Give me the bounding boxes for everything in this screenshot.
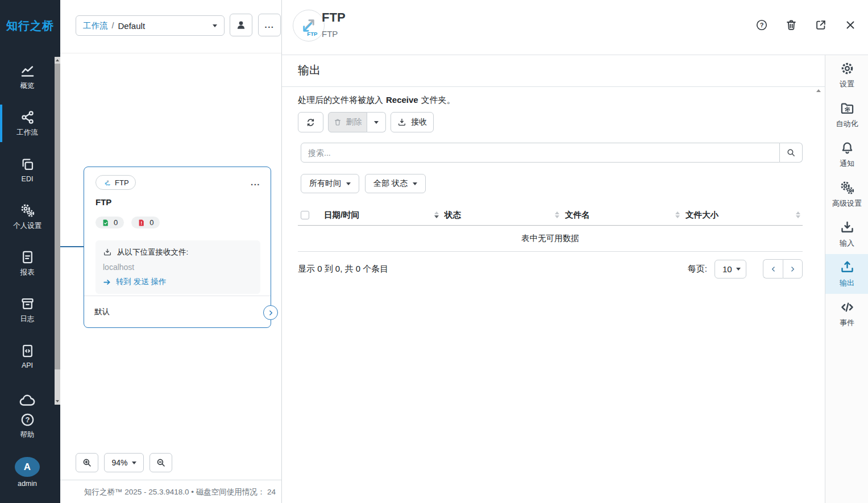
person-icon (235, 19, 247, 31)
tray-in-icon (840, 220, 855, 235)
scroll-up-arrow-icon[interactable] (816, 89, 821, 92)
sidebar-item-help[interactable]: ? 帮助 (0, 410, 55, 441)
help-circle-icon[interactable]: ? (755, 19, 768, 31)
error-count: 0 (149, 218, 153, 227)
workflow-canvas[interactable]: 工作流 / Default ... FTP FTP ... (60, 0, 281, 503)
card-menu-button[interactable]: ... (251, 180, 260, 185)
zoom-in-button[interactable] (76, 453, 98, 472)
success-count-badge[interactable]: 0 (95, 217, 124, 228)
chevron-down-icon (132, 462, 136, 464)
ellipsis-icon: ... (264, 22, 274, 28)
folder-name: Receive (386, 95, 418, 105)
tab-notifications[interactable]: 通知 (825, 135, 868, 174)
divider (282, 86, 825, 87)
tab-automation[interactable]: 自动化 (825, 95, 868, 135)
previous-page-button[interactable] (763, 259, 783, 278)
profile-label: 默认 (94, 307, 110, 317)
delete-dropdown-button[interactable] (367, 112, 386, 132)
sidebar-scrollbar[interactable] (55, 57, 60, 405)
next-page-button[interactable] (783, 259, 803, 278)
zoom-out-button[interactable] (149, 453, 172, 472)
zoom-level-selector[interactable]: 94% (104, 453, 144, 472)
scroll-up-arrow-icon[interactable] (55, 57, 60, 64)
search-input[interactable] (301, 143, 780, 163)
goto-send-link[interactable]: 转到 发送 操作 (103, 277, 253, 287)
zoom-out-icon (156, 458, 166, 468)
tab-input[interactable]: 输入 (825, 214, 868, 254)
sidebar-bottom: ? 帮助 A admin (0, 407, 60, 503)
connector-detail-panel: FTP FTP FTP ? 输出 处理后的文件将被放入Receive文件夹。 (281, 0, 868, 503)
card-title: FTP (95, 197, 260, 207)
sidebar-item-label: 工作流 (16, 128, 38, 138)
per-page-label: 每页: (688, 264, 707, 275)
card-footer: 默认 (84, 296, 271, 327)
breadcrumb-root[interactable]: 工作流 (83, 20, 108, 31)
filter-bar: 所有时间 全部 状态 (301, 174, 426, 193)
receive-button[interactable]: 接收 (391, 112, 434, 132)
column-header-datetime[interactable]: 日期/时间 (321, 210, 441, 221)
receive-label: 接收 (411, 117, 427, 127)
sort-icons (555, 211, 559, 218)
refresh-button[interactable] (298, 112, 323, 132)
status-bar: 知行之桥™ 2025 - 25.3.9418.0 • 磁盘空间使用情况： 24 (60, 480, 281, 503)
user-workspace-button[interactable] (230, 14, 252, 36)
sidebar-item-logs[interactable]: 日志 (0, 294, 55, 325)
sidebar-item-reports[interactable]: 报表 (0, 248, 55, 278)
sidebar-item-label: 个人设置 (13, 221, 41, 231)
chevron-down-icon (374, 121, 379, 124)
ftp-workflow-card[interactable]: FTP FTP ... FTP 0 0 (84, 167, 271, 328)
scroll-down-arrow-icon[interactable] (55, 398, 60, 405)
sidebar: 知行之桥 概览 工作流 EDI 个人设置 (0, 0, 60, 503)
select-all-checkbox[interactable] (301, 211, 309, 219)
code-icon (840, 300, 855, 315)
expand-next-button[interactable] (263, 305, 278, 320)
panel-header: FTP FTP FTP ? (282, 0, 868, 55)
column-header-filesize[interactable]: 文件大小 (682, 210, 803, 221)
more-options-button[interactable]: ... (258, 14, 281, 36)
share-nodes-icon (20, 110, 35, 125)
receive-text: 从以下位置接收文件: (117, 247, 188, 257)
tab-advanced-settings[interactable]: 高级设置 (825, 174, 868, 214)
sidebar-user[interactable]: A admin (0, 457, 55, 488)
sidebar-item-profile-settings[interactable]: 个人设置 (0, 201, 55, 232)
error-count-badge[interactable]: 0 (131, 217, 160, 228)
sidebar-item-api[interactable]: API (0, 341, 55, 372)
breadcrumb-separator: / (112, 21, 114, 30)
tab-settings[interactable]: 设置 (825, 55, 868, 95)
zoom-in-icon (82, 458, 92, 468)
bell-icon (840, 140, 855, 156)
sidebar-item-overview[interactable]: 概览 (0, 61, 55, 92)
open-external-icon[interactable] (815, 19, 827, 31)
app-logo[interactable]: 知行之桥 (0, 18, 60, 34)
pagination-bar: 显示 0 到 0, 共 0 个条目 每页: 10 (298, 259, 803, 279)
archive-icon (20, 296, 35, 311)
column-header-filename[interactable]: 文件名 (562, 210, 682, 221)
close-icon[interactable] (844, 19, 857, 31)
workspace-selector[interactable]: 工作流 / Default (76, 15, 225, 36)
svg-text:FTP: FTP (106, 184, 110, 186)
tab-output[interactable]: 输出 (825, 254, 868, 294)
breadcrumb-current: Default (118, 21, 146, 31)
sidebar-item-label: 日志 (20, 314, 35, 324)
sidebar-item-workflows[interactable]: 工作流 (0, 108, 55, 139)
time-filter-dropdown[interactable]: 所有时间 (301, 174, 359, 193)
svg-text:FTP: FTP (307, 31, 318, 37)
scrollbar-thumb[interactable] (55, 64, 60, 369)
success-count: 0 (114, 218, 118, 227)
sort-icons (675, 211, 680, 218)
table-header-row: 日期/时间 状态 文件名 文件大小 (298, 205, 803, 226)
search-button[interactable] (780, 143, 803, 163)
column-header-status[interactable]: 状态 (441, 210, 562, 221)
delete-button[interactable]: 删除 (328, 112, 367, 132)
connector-type-badge: FTP FTP (95, 175, 136, 190)
delete-label: 删除 (346, 117, 362, 127)
zoom-level: 94% (111, 458, 127, 467)
help-circle-icon: ? (20, 412, 35, 427)
per-page-select[interactable]: 10 (715, 260, 746, 278)
empty-table-message: 表中无可用数据 (298, 226, 803, 252)
tab-events[interactable]: 事件 (825, 294, 868, 334)
sidebar-item-edi[interactable]: EDI (0, 155, 55, 185)
trash-icon[interactable] (785, 19, 798, 31)
status-filter-label: 全部 状态 (373, 178, 408, 189)
status-filter-dropdown[interactable]: 全部 状态 (365, 174, 426, 193)
